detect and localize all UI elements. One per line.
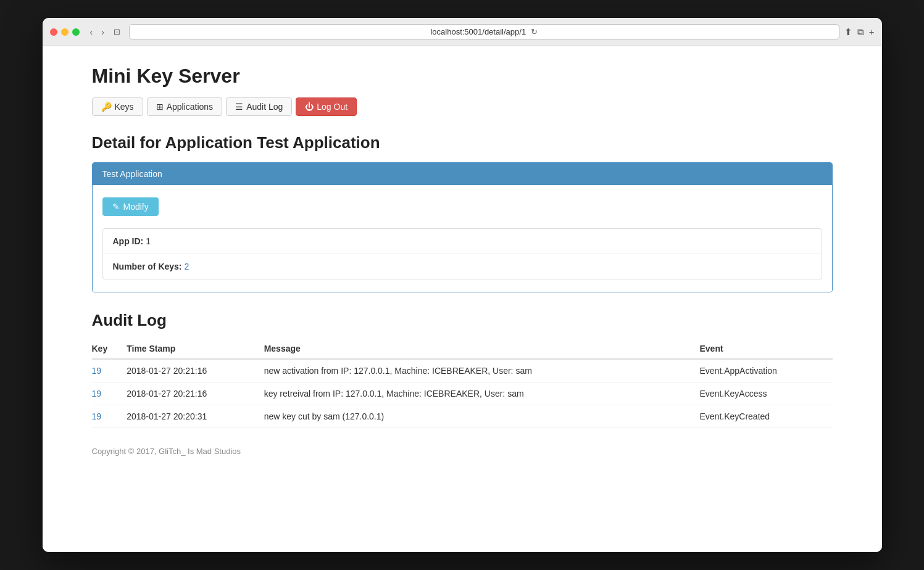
- audit-event: Event.AppActivation: [699, 359, 832, 382]
- audit-table-row: 19 2018-01-27 20:21:16 key retreival fro…: [92, 382, 833, 405]
- audit-title: Audit Log: [92, 311, 833, 330]
- nav-logout[interactable]: ⏻ Log Out: [296, 97, 357, 116]
- addtab-button[interactable]: +: [869, 27, 875, 38]
- info-table: App ID: 1 Number of Keys: 2: [102, 228, 822, 279]
- col-message: Message: [264, 339, 700, 359]
- minimize-traffic-light[interactable]: [61, 28, 69, 36]
- reload-button[interactable]: ↻: [531, 27, 538, 36]
- nav-applications[interactable]: ⊞ Applications: [147, 97, 223, 116]
- app-id-row: App ID: 1: [103, 229, 822, 254]
- browser-actions: ⬆ ⧉ +: [844, 27, 875, 38]
- audit-key: 19: [92, 359, 127, 382]
- page-heading: Detail for Application Test Application: [92, 133, 833, 152]
- audit-event: Event.KeyAccess: [699, 382, 832, 405]
- audit-header-row: Key Time Stamp Message Event: [92, 339, 833, 359]
- browser-nav-buttons: ‹ › ⊡: [87, 26, 124, 38]
- col-key: Key: [92, 339, 127, 359]
- app-id-label: App ID:: [113, 236, 144, 246]
- audit-message: new key cut by sam (127.0.0.1): [264, 405, 700, 428]
- col-timestamp: Time Stamp: [127, 339, 264, 359]
- audit-table-body: 19 2018-01-27 20:21:16 new activation fr…: [92, 359, 833, 428]
- audit-section: Audit Log Key Time Stamp Message Event 1…: [92, 311, 833, 428]
- nav-keys-label: Keys: [115, 102, 134, 112]
- audit-timestamp: 2018-01-27 20:20:31: [127, 405, 264, 428]
- key-icon: 🔑: [101, 102, 112, 112]
- browser-chrome: ‹ › ⊡ localhost:5001/detail/app/1 ↻ ⬆ ⧉ …: [43, 18, 882, 46]
- logout-icon: ⏻: [305, 102, 314, 112]
- audit-event: Event.KeyCreated: [699, 405, 832, 428]
- browser-window: ‹ › ⊡ localhost:5001/detail/app/1 ↻ ⬆ ⧉ …: [43, 18, 882, 552]
- nav-keys[interactable]: 🔑 Keys: [92, 97, 143, 116]
- application-panel: Test Application ✎ Modify App ID: 1 Numb…: [92, 162, 833, 292]
- audit-key-link[interactable]: 19: [92, 389, 102, 399]
- audit-table-row: 19 2018-01-27 20:20:31 new key cut by sa…: [92, 405, 833, 428]
- audit-key-link[interactable]: 19: [92, 411, 102, 421]
- panel-header: Test Application: [93, 163, 832, 185]
- audit-table: Key Time Stamp Message Event 19 2018-01-…: [92, 339, 833, 428]
- audit-message: new activation from IP: 127.0.0.1, Machi…: [264, 359, 700, 382]
- num-keys-row: Number of Keys: 2: [103, 254, 822, 279]
- footer: Copyright © 2017, GliTch_ Is Mad Studios: [92, 447, 833, 456]
- audit-key: 19: [92, 382, 127, 405]
- window-button[interactable]: ⊡: [110, 26, 124, 38]
- url-text: localhost:5001/detail/app/1: [430, 27, 526, 36]
- close-traffic-light[interactable]: [50, 28, 57, 36]
- panel-body: ✎ Modify App ID: 1 Number of Keys: 2: [93, 185, 832, 292]
- app-title: Mini Key Server: [92, 65, 833, 88]
- address-bar[interactable]: localhost:5001/detail/app/1 ↻: [129, 24, 839, 39]
- modify-label: Modify: [123, 202, 149, 212]
- audit-message: key retreival from IP: 127.0.0.1, Machin…: [264, 382, 700, 405]
- list-icon: ☰: [235, 102, 243, 112]
- nav-audit-log[interactable]: ☰ Audit Log: [226, 97, 292, 116]
- nav-applications-label: Applications: [167, 102, 214, 112]
- modify-button[interactable]: ✎ Modify: [102, 197, 159, 216]
- maximize-traffic-light[interactable]: [72, 28, 80, 36]
- back-button[interactable]: ‹: [87, 26, 96, 38]
- col-event: Event: [699, 339, 832, 359]
- audit-key-link[interactable]: 19: [92, 366, 102, 376]
- nav-bar: 🔑 Keys ⊞ Applications ☰ Audit Log ⏻ Log …: [92, 97, 833, 116]
- audit-table-row: 19 2018-01-27 20:21:16 new activation fr…: [92, 359, 833, 382]
- audit-table-head: Key Time Stamp Message Event: [92, 339, 833, 359]
- share-button[interactable]: ⬆: [844, 27, 852, 38]
- page-content: Mini Key Server 🔑 Keys ⊞ Applications ☰ …: [43, 46, 882, 552]
- nav-logout-label: Log Out: [317, 102, 348, 112]
- num-keys-label: Number of Keys:: [113, 262, 182, 271]
- num-keys-value[interactable]: 2: [184, 262, 189, 271]
- forward-button[interactable]: ›: [98, 26, 107, 38]
- grid-icon: ⊞: [156, 102, 164, 112]
- nav-audit-log-label: Audit Log: [246, 102, 283, 112]
- modify-icon: ✎: [112, 202, 120, 212]
- app-id-number: 1: [146, 236, 151, 246]
- traffic-lights: [50, 28, 80, 36]
- audit-timestamp: 2018-01-27 20:21:16: [127, 359, 264, 382]
- audit-key: 19: [92, 405, 127, 428]
- newwin-button[interactable]: ⧉: [857, 27, 864, 38]
- audit-timestamp: 2018-01-27 20:21:16: [127, 382, 264, 405]
